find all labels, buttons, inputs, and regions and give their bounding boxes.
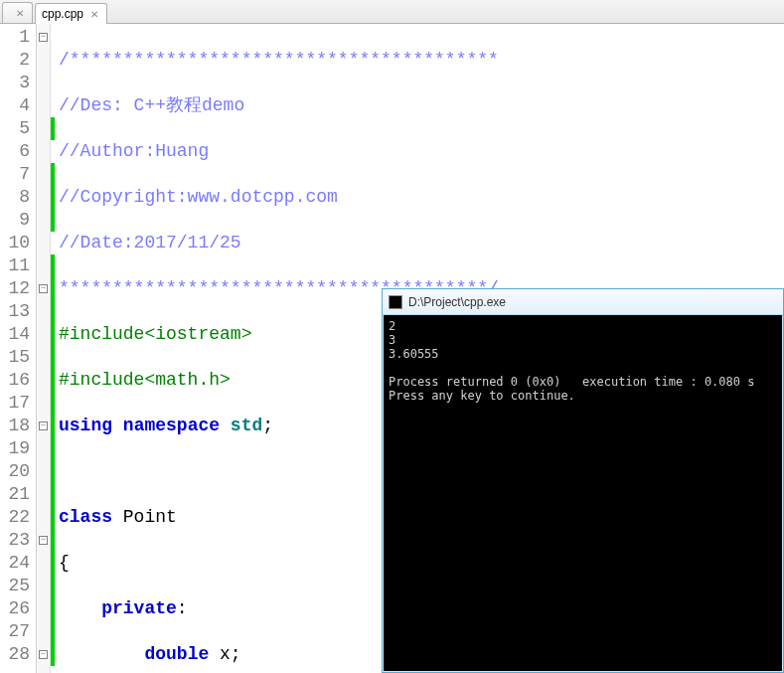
line-number: 5 [0, 117, 30, 140]
fold-column: − − − − − [37, 24, 51, 673]
line-number: 25 [0, 575, 30, 597]
fold-toggle[interactable]: − [37, 277, 50, 300]
code-text: /***************************************… [59, 50, 499, 70]
code-text: std [231, 416, 262, 435]
line-number: 9 [0, 209, 30, 232]
line-number: 18 [0, 415, 30, 437]
line-number-gutter: 1 2 3 4 5 6 7 8 9 10 11 12 13 14 15 16 1… [0, 24, 37, 673]
line-number: 6 [0, 140, 30, 163]
line-number: 15 [0, 346, 30, 369]
line-number: 21 [0, 483, 30, 506]
line-number: 19 [0, 437, 30, 460]
console-titlebar[interactable]: D:\Project\cpp.exe [383, 289, 783, 315]
line-number: 4 [0, 94, 30, 117]
fold-toggle[interactable]: − [37, 415, 50, 437]
fold-toggle[interactable]: − [37, 529, 50, 552]
code-text: x; [209, 644, 240, 664]
code-text: //Des: C++教程demo [59, 95, 244, 115]
console-window[interactable]: D:\Project\cpp.exe 2 3 3.60555 Process r… [382, 288, 784, 673]
fold-toggle[interactable]: − [37, 643, 50, 666]
line-number: 24 [0, 552, 30, 575]
tab-label: cpp.cpp [42, 7, 83, 21]
code-text: namespace [123, 416, 220, 435]
code-text: using [59, 416, 112, 435]
console-line: 3.60555 [389, 347, 439, 361]
tab-cpp[interactable]: cpp.cpp ✕ [35, 3, 107, 24]
console-line: Process returned 0 (0x0) execution time … [389, 375, 754, 389]
line-number: 22 [0, 506, 30, 529]
line-number: 3 [0, 72, 30, 94]
line-number: 17 [0, 392, 30, 415]
code-text: { [59, 553, 70, 573]
close-icon[interactable]: ✕ [14, 8, 26, 19]
tab-unknown[interactable]: ✕ [2, 2, 33, 23]
line-number: 11 [0, 254, 30, 277]
line-number: 1 [0, 26, 30, 49]
code-text: ; [262, 416, 273, 435]
line-number: 26 [0, 597, 30, 620]
code-text: //Copyright:www.dotcpp.com [59, 187, 338, 207]
code-text: Point [112, 507, 177, 527]
line-number: 2 [0, 49, 30, 72]
line-number: 12 [0, 277, 30, 300]
console-line: 2 [389, 319, 395, 333]
console-output: 2 3 3.60555 Process returned 0 (0x0) exe… [383, 315, 783, 407]
console-title-text: D:\Project\cpp.exe [408, 295, 506, 309]
code-text: #include<math.h> [59, 370, 231, 390]
code-text: : [177, 598, 188, 618]
console-line: 3 [389, 333, 395, 347]
code-text: class [59, 507, 112, 527]
line-number: 13 [0, 300, 30, 323]
code-text: //Date:2017/11/25 [59, 233, 241, 252]
line-number: 7 [0, 163, 30, 186]
line-number: 10 [0, 232, 30, 254]
tab-bar: ✕ cpp.cpp ✕ [0, 0, 784, 24]
line-number: 28 [0, 643, 30, 666]
code-text: #include<iostream> [59, 324, 251, 344]
line-number: 23 [0, 529, 30, 552]
code-text: double [144, 644, 209, 664]
console-line: Press any key to continue. [389, 389, 575, 403]
fold-toggle[interactable]: − [37, 26, 50, 49]
line-number: 20 [0, 460, 30, 483]
line-number: 14 [0, 323, 30, 346]
line-number: 27 [0, 620, 30, 643]
line-number: 16 [0, 369, 30, 392]
line-number: 8 [0, 186, 30, 209]
close-icon[interactable]: ✕ [88, 9, 100, 20]
console-icon [389, 295, 402, 309]
code-text: private [101, 598, 177, 618]
code-text: //Author:Huang [59, 141, 209, 161]
